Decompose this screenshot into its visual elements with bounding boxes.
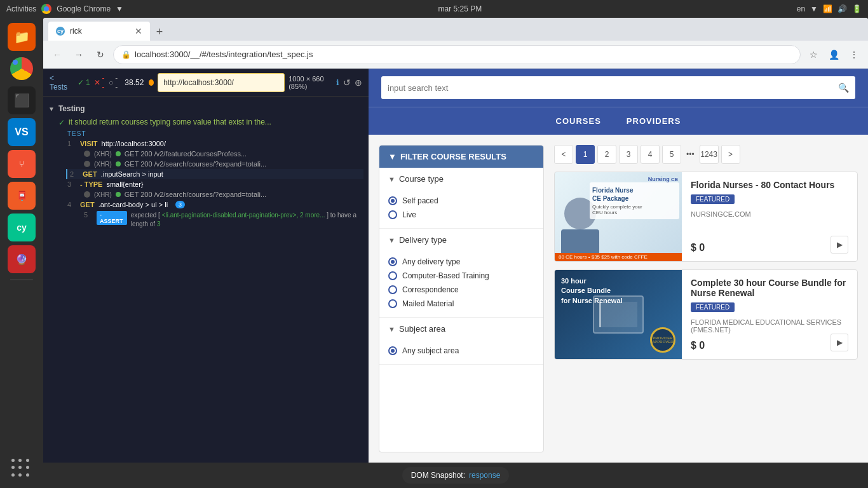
tests-back-button[interactable]: < Tests	[50, 74, 72, 92]
nursing-card-text: Florida NurseCE Package Quickly complete…	[590, 182, 679, 219]
course-card-1[interactable]: NursingCE Florida NurseCE Package Quickl…	[554, 172, 858, 262]
tab-favicon: cy	[56, 27, 65, 36]
xhr-1: (XHR) GET 200 /v2/featuredCoursesProfess…	[66, 149, 363, 159]
last-page-button[interactable]: 1243	[700, 145, 719, 164]
browser-window: cy rick ✕ + ← → ↻ 🔒 localhost:3000/__/#/…	[43, 18, 868, 488]
lang-label: en	[797, 4, 805, 13]
dock-apps-grid[interactable]	[8, 455, 36, 483]
radio-live[interactable]	[388, 210, 397, 219]
dock-item-git[interactable]: ⑂	[8, 150, 36, 178]
search-bar: 🔍	[369, 69, 868, 107]
dock-item-cypress[interactable]: cy	[8, 214, 36, 241]
filter-option-cbt[interactable]: Computer-Based Training	[388, 269, 534, 283]
back-button[interactable]: ←	[48, 46, 66, 64]
course-arrow-2[interactable]: ▶	[831, 334, 848, 351]
filter-option-live[interactable]: Live	[388, 208, 534, 222]
dock-separator	[10, 280, 33, 280]
dom-snapshot-link[interactable]: response	[469, 471, 500, 480]
next-page-button[interactable]: >	[721, 145, 740, 164]
filter-header: ▼ FILTER COURSE RESULTS	[379, 146, 543, 168]
xhr-2: (XHR) GET 200 /v2/search/courses/?expand…	[66, 159, 363, 169]
prev-page-button[interactable]: <	[554, 145, 573, 164]
volume-icon: 🔊	[837, 4, 847, 13]
dock-item-files[interactable]: 📁	[8, 23, 36, 51]
search-icon: 🔍	[838, 83, 849, 93]
filter-option-mailed[interactable]: Mailed Material	[388, 297, 534, 311]
filter-option-self-paced[interactable]: Self paced	[388, 194, 534, 208]
provider-name-2: FLORIDA MEDICAL EDUCATIONAL SERVICES (FM…	[691, 318, 848, 334]
radio-correspondence[interactable]	[388, 285, 397, 294]
search-input-wrap[interactable]: 🔍	[381, 76, 855, 99]
filter-section-header-subject-area[interactable]: ▼ Subject area	[379, 318, 543, 340]
page-2-button[interactable]: 2	[597, 145, 616, 164]
reload-button[interactable]: ↻	[92, 46, 109, 64]
page-ellipsis: •••	[684, 150, 697, 159]
pending-count: --	[115, 74, 118, 92]
filter-option-any-subject[interactable]: Any subject area	[388, 344, 534, 358]
bookmark-icon[interactable]: ☆	[804, 46, 822, 64]
dock-item-chrome[interactable]	[8, 55, 36, 83]
step-4[interactable]: 4 GET .ant-card-body > ul > li 3	[66, 200, 363, 210]
course-card-2[interactable]: 30 hourCourse Bundlefor Nurse Renewal PR…	[554, 269, 858, 360]
forward-button[interactable]: →	[70, 46, 88, 64]
step-arg-4: .ant-card-body > ul > li	[98, 201, 168, 208]
url-bar[interactable]: 🔒 localhost:3000/__/#/tests/integration/…	[113, 45, 801, 64]
target-icon[interactable]: ⊕	[355, 78, 362, 88]
course-top-2: Complete 30 hour Course Bundle for Nurse…	[691, 278, 848, 334]
new-tab-button[interactable]: +	[150, 23, 169, 41]
step-arg-1: http://localhost:3000/	[102, 140, 166, 147]
page-1-button[interactable]: 1	[576, 145, 595, 164]
dock-item-extra[interactable]: 🔮	[8, 245, 36, 273]
step-1[interactable]: 1 VISIT http://localhost:3000/	[66, 139, 363, 149]
cypress-url-bar[interactable]: http://localhost:3000/	[158, 73, 285, 92]
step-3[interactable]: 3 - TYPE small{enter}	[66, 179, 363, 189]
radio-any-delivery[interactable]	[388, 257, 397, 266]
menu-icon[interactable]: ⋮	[845, 46, 863, 64]
chevron-down-icon: ▼	[116, 4, 123, 13]
dom-snapshot-bar: DOM Snapshot: response	[402, 467, 510, 484]
assert-badge: - ASSERT	[97, 211, 127, 225]
cypress-toolbar-right: http://localhost:3000/ 1000 × 660 (85%) …	[149, 73, 362, 92]
subject-area-options: Any subject area	[379, 340, 543, 364]
xhr-label-2: (XHR)	[94, 161, 112, 168]
search-input[interactable]	[388, 83, 838, 93]
radio-cbt[interactable]	[388, 271, 397, 280]
profile-icon[interactable]: 👤	[825, 46, 843, 64]
cypress-toolbar: < Tests ✓ 1 ✕ -- ○ -- 38.52 h	[43, 69, 369, 97]
radio-any-subject[interactable]	[388, 346, 397, 355]
refresh-icon[interactable]: ↺	[343, 78, 351, 88]
left-dock: 📁 ⬛ VS ⑂ 📮 cy 🔮	[0, 18, 43, 488]
step-5-assert[interactable]: 5 - ASSERT expected [ <li.ant-pagination…	[66, 210, 363, 230]
filter-section-subject-area: ▼ Subject area Any subject area	[379, 318, 543, 365]
os-left: Activities Google Chrome ▼	[6, 4, 123, 14]
dock-item-vscode[interactable]: VS	[8, 118, 36, 146]
filter-section-header-course-type[interactable]: ▼ Course type	[379, 168, 543, 190]
course-arrow-1[interactable]: ▶	[831, 236, 848, 254]
page-4-button[interactable]: 4	[641, 145, 660, 164]
page-5-button[interactable]: 5	[662, 145, 681, 164]
tab-close-button[interactable]: ✕	[135, 26, 142, 36]
filter-section-header-delivery-type[interactable]: ▼ Delivery type	[379, 229, 543, 251]
nav-courses[interactable]: COURSES	[556, 116, 601, 126]
course-bottom-1: $ 0 ▶	[691, 236, 848, 254]
nav-providers[interactable]: PROVIDERS	[627, 116, 681, 126]
provider-name-1: NURSINGCE.COM	[691, 210, 848, 218]
activities-label[interactable]: Activities	[6, 4, 36, 13]
page-3-button[interactable]: 3	[619, 145, 638, 164]
dock-item-terminal[interactable]: ⬛	[8, 86, 36, 114]
xhr-path-2: GET 200 /v2/search/courses/?expand=total…	[125, 160, 266, 168]
suite-header[interactable]: ▼ Testing	[48, 102, 363, 116]
dock-item-postman[interactable]: 📮	[8, 182, 36, 210]
radio-mailed[interactable]	[388, 299, 397, 308]
xhr-3: (XHR) GET 200 /v2/search/courses/?expand…	[66, 189, 363, 200]
filter-option-correspondence[interactable]: Correspondence	[388, 283, 534, 297]
delivery-type-label: Delivery type	[399, 235, 447, 245]
filter-option-any-delivery[interactable]: Any delivery type	[388, 255, 534, 269]
suite-name: Testing	[58, 104, 85, 113]
dock-dot	[18, 466, 22, 469]
step-2[interactable]: 2 GET .inputSearch > input	[66, 169, 363, 179]
browser-tab-active[interactable]: cy rick ✕	[48, 22, 150, 41]
course-thumbnail-1: NursingCE Florida NurseCE Package Quickl…	[555, 172, 682, 261]
radio-self-paced[interactable]	[388, 196, 397, 205]
test-item[interactable]: ✓ it should return courses typing some v…	[48, 116, 363, 129]
